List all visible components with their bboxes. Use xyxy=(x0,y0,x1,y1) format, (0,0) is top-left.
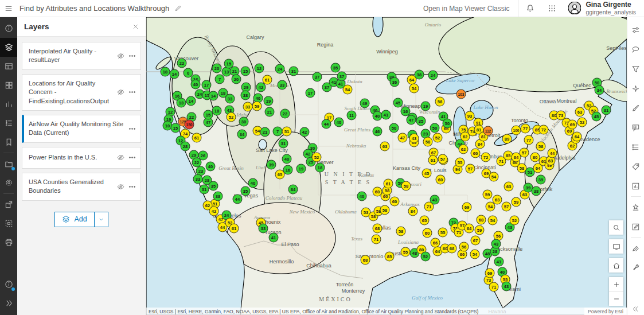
aqi-marker[interactable]: 7 xyxy=(215,75,225,84)
right-tool-pop-ups[interactable] xyxy=(627,118,644,137)
aqi-marker[interactable]: 54 xyxy=(488,216,498,225)
aqi-marker[interactable]: 57 xyxy=(502,202,512,212)
aqi-marker[interactable]: 35 xyxy=(209,181,218,191)
aqi-marker[interactable]: 84 xyxy=(288,185,298,195)
aqi-marker[interactable]: 34 xyxy=(595,85,604,95)
aqi-marker[interactable]: 64 xyxy=(465,224,474,234)
aqi-marker[interactable]: 45 xyxy=(592,112,602,122)
aqi-marker[interactable]: 31 xyxy=(200,185,209,195)
aqi-marker[interactable]: 31 xyxy=(602,106,611,115)
aqi-marker[interactable]: 41 xyxy=(494,257,504,267)
aqi-marker[interactable]: 62 xyxy=(459,145,469,154)
aqi-marker[interactable]: 18 xyxy=(212,106,222,116)
aqi-marker[interactable]: 59 xyxy=(512,197,521,207)
aqi-marker[interactable]: 55 xyxy=(438,228,448,238)
aqi-marker[interactable]: 52 xyxy=(421,252,431,262)
left-tool-map-properties[interactable] xyxy=(0,173,17,192)
aqi-marker[interactable]: 63 xyxy=(575,107,585,117)
user-menu[interactable]: Gina Girgente ggirgente_analysis xyxy=(563,1,644,16)
aqi-marker[interactable]: 60 xyxy=(390,197,400,207)
aqi-marker[interactable]: 61 xyxy=(263,75,272,85)
layer-item-airnow-air-quality-monitoring-site-data-[interactable]: AirNow Air Quality Monitoring Site Data … xyxy=(22,115,141,143)
aqi-marker[interactable]: 52 xyxy=(312,153,322,162)
aqi-marker[interactable]: 58 xyxy=(435,97,445,107)
aqi-marker[interactable]: 28 xyxy=(181,142,190,151)
aqi-marker[interactable]: 24 xyxy=(275,64,285,74)
aqi-marker[interactable]: 55 xyxy=(401,247,411,257)
aqi-marker[interactable]: 72 xyxy=(539,125,549,135)
aqi-marker[interactable]: 68 xyxy=(477,215,486,225)
left-tool-credits[interactable] xyxy=(0,275,17,294)
plus-control[interactable] xyxy=(609,277,623,291)
aqi-marker[interactable]: 71 xyxy=(372,235,381,244)
aqi-marker[interactable]: 39 xyxy=(267,160,276,170)
aqi-marker[interactable]: 52 xyxy=(433,133,443,143)
layer-item-locations-for-air-quality-concern-findex[interactable]: Locations for Air Quality Concern - Find… xyxy=(22,74,141,111)
aqi-marker[interactable]: 44 xyxy=(233,195,243,204)
aqi-marker[interactable]: 54 xyxy=(343,85,353,95)
aqi-marker[interactable]: 38 xyxy=(213,192,223,201)
edit-title-icon[interactable] xyxy=(174,5,182,12)
home-control[interactable] xyxy=(609,258,623,273)
aqi-marker[interactable]: 61 xyxy=(428,155,438,165)
aqi-marker[interactable]: 51 xyxy=(282,127,292,137)
layer-options-icon[interactable] xyxy=(128,52,136,60)
right-tool-properties[interactable] xyxy=(627,20,644,40)
aqi-marker[interactable]: 47 xyxy=(398,133,408,143)
aqi-marker[interactable]: 35 xyxy=(416,116,426,126)
aqi-marker[interactable]: 40 xyxy=(191,80,201,90)
right-tool-effects[interactable] xyxy=(627,79,644,98)
aqi-marker[interactable]: 38 xyxy=(532,186,541,196)
aqi-marker[interactable]: 31 xyxy=(279,139,288,149)
aqi-marker[interactable]: 47 xyxy=(407,115,416,125)
aqi-marker[interactable]: 46 xyxy=(373,127,383,137)
aqi-marker[interactable]: 54 xyxy=(470,250,480,259)
aqi-marker[interactable]: 45 xyxy=(393,98,403,108)
aqi-marker[interactable]: 85 xyxy=(385,252,395,262)
aqi-marker[interactable]: 33 xyxy=(243,102,253,112)
aqi-marker[interactable]: 59 xyxy=(475,225,485,235)
aqi-marker[interactable]: 65 xyxy=(420,216,430,225)
aqi-marker[interactable]: 19 xyxy=(421,102,431,111)
aqi-marker[interactable]: 150 xyxy=(185,120,194,130)
aqi-marker[interactable]: 89 xyxy=(502,134,512,144)
aqi-marker[interactable]: 35 xyxy=(241,186,251,196)
aqi-marker[interactable]: 41 xyxy=(381,110,391,120)
layer-options-icon[interactable] xyxy=(128,88,136,96)
layer-options-icon[interactable] xyxy=(128,154,136,161)
aqi-marker[interactable]: 72 xyxy=(481,153,491,162)
aqi-marker[interactable]: 93 xyxy=(465,111,475,121)
aqi-marker[interactable]: 112 xyxy=(483,126,493,136)
aqi-marker[interactable]: 44 xyxy=(548,149,557,158)
aqi-marker[interactable]: 57 xyxy=(520,148,529,158)
left-tool-expand[interactable] xyxy=(0,294,17,313)
aqi-marker[interactable]: 54 xyxy=(409,84,419,94)
notifications-bell-icon[interactable] xyxy=(519,0,541,17)
aqi-marker[interactable]: 24 xyxy=(428,71,438,80)
screen-control[interactable] xyxy=(609,239,623,254)
left-tool-tables[interactable] xyxy=(0,57,17,76)
right-tool-measure[interactable] xyxy=(627,258,644,277)
aqi-marker[interactable]: 100 xyxy=(512,126,521,135)
aqi-marker[interactable]: 35 xyxy=(331,63,341,73)
aqi-marker[interactable]: 39 xyxy=(536,175,546,185)
aqi-marker[interactable]: 52 xyxy=(510,216,520,225)
aqi-marker[interactable]: 49 xyxy=(360,99,370,108)
aqi-marker[interactable]: 42 xyxy=(209,207,219,216)
aqi-marker[interactable]: 31 xyxy=(289,67,299,76)
right-tool-charts[interactable] xyxy=(627,176,644,196)
aqi-marker[interactable]: 40 xyxy=(334,118,344,127)
aqi-marker[interactable]: 14 xyxy=(209,91,218,101)
left-tool-layers[interactable] xyxy=(0,38,17,57)
aqi-marker[interactable]: 44 xyxy=(322,119,331,129)
right-tool-select[interactable] xyxy=(627,40,644,59)
right-tool-edit[interactable] xyxy=(627,217,644,236)
search-control[interactable] xyxy=(609,220,623,235)
aqi-marker[interactable]: 30 xyxy=(239,117,249,127)
right-tool-fields[interactable] xyxy=(627,137,644,157)
aqi-marker[interactable]: 68 xyxy=(373,224,383,234)
aqi-marker[interactable]: 54 xyxy=(489,172,499,182)
aqi-marker[interactable]: 40 xyxy=(357,192,367,201)
left-tool-share-map[interactable] xyxy=(0,195,17,214)
visibility-hidden-icon[interactable] xyxy=(117,52,124,60)
